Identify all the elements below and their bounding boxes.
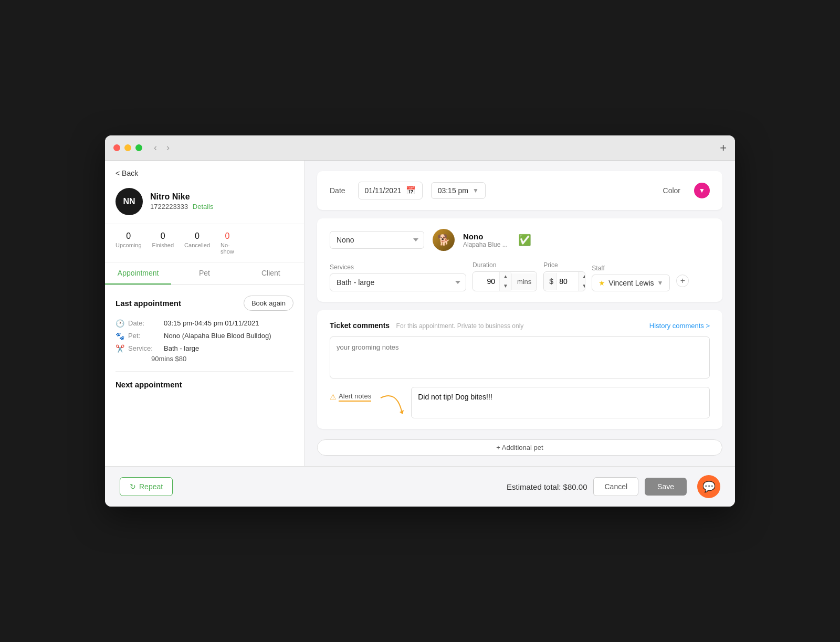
estimated-total-value: $80.00 xyxy=(563,482,587,491)
duration-label: Duration xyxy=(472,261,537,269)
additional-pet-button[interactable]: + Additional pet xyxy=(317,439,722,456)
service-sub: 90mins $80 xyxy=(151,355,293,363)
pet-info-breed: Alapaha Blue ... xyxy=(463,241,508,248)
repeat-label: Repeat xyxy=(139,482,163,491)
price-up-button[interactable]: ▲ xyxy=(579,272,585,281)
app-window: ‹ › + < Back NN Nitro Nike 1722223333 De… xyxy=(105,135,735,507)
client-name: Nitro Nike xyxy=(150,192,214,202)
alert-arrow-icon xyxy=(375,395,407,416)
duration-up-button[interactable]: ▲ xyxy=(500,272,511,281)
pet-label: Pet: xyxy=(128,332,160,340)
history-comments-link[interactable]: History comments > xyxy=(649,322,710,330)
price-field-group: Price $ ▲ ▼ xyxy=(543,261,585,291)
comments-header: Ticket comments For this appointment. Pr… xyxy=(330,321,710,330)
comments-header-left: Ticket comments For this appointment. Pr… xyxy=(330,321,523,330)
detail-pet-row: 🐾 Pet: Nono (Alapaha Blue Blood Bulldog) xyxy=(116,332,293,340)
stat-upcoming-label: Upcoming xyxy=(116,242,142,248)
pet-avatar-image: 🐕 xyxy=(433,229,455,251)
pet-info-name: Nono xyxy=(463,232,508,241)
staff-select[interactable]: ★ Vincent Lewis ▼ xyxy=(592,275,670,291)
book-again-button[interactable]: Book again xyxy=(244,296,293,311)
staff-label: Staff xyxy=(592,265,670,272)
duration-input[interactable]: ▲ ▼ mins xyxy=(472,271,537,291)
alert-notes-row: ⚠ Alert notes Did not tip! Dog bites!!! xyxy=(330,387,710,418)
main-content: < Back NN Nitro Nike 1722223333 Details … xyxy=(105,161,735,466)
price-value[interactable] xyxy=(557,273,578,290)
time-value-text: 03:15 pm xyxy=(438,186,468,195)
stats-row: 0 Upcoming 0 Finished 0 Cancelled 0 No-s… xyxy=(105,224,304,262)
right-panel: Date 01/11/2021 📅 03:15 pm ▼ Color ▼ Non… xyxy=(304,161,735,466)
stat-cancelled-label: Cancelled xyxy=(184,242,210,248)
service-label: Service: xyxy=(128,344,160,352)
grooming-notes-input[interactable] xyxy=(330,336,710,378)
save-button[interactable]: Save xyxy=(645,478,687,496)
minimize-button[interactable] xyxy=(124,144,131,151)
color-dot-chevron-icon: ▼ xyxy=(699,187,705,194)
tab-pet[interactable]: Pet xyxy=(171,262,237,285)
client-contact: 1722223333 Details xyxy=(150,202,214,211)
pet-select[interactable]: Nono xyxy=(330,231,424,249)
estimated-total: Estimated total: $80.00 xyxy=(507,482,587,491)
repeat-icon: ↻ xyxy=(130,482,136,491)
forward-nav-button[interactable]: › xyxy=(163,141,173,154)
cancel-button[interactable]: Cancel xyxy=(593,477,638,496)
duration-value[interactable] xyxy=(473,273,499,290)
appointment-section: Last appointment Book again 🕐 Date: 03:1… xyxy=(105,285,304,466)
price-spinners: ▲ ▼ xyxy=(578,272,585,291)
price-input[interactable]: $ ▲ ▼ xyxy=(543,271,585,291)
date-value: 03:15 pm-04:45 pm 01/11/2021 xyxy=(164,319,259,327)
ticket-comments-title: Ticket comments xyxy=(330,321,390,330)
stat-finished-num: 0 xyxy=(161,231,165,241)
back-link[interactable]: < Back xyxy=(105,161,304,182)
pet-avatar: 🐕 xyxy=(433,229,455,251)
chat-icon: 💬 xyxy=(702,480,716,493)
tab-appointment[interactable]: Appointment xyxy=(105,262,171,285)
services-row: Services Bath - large Duration ▲ ▼ mins xyxy=(330,261,710,291)
last-appointment-header: Last appointment Book again xyxy=(116,296,293,311)
fullscreen-button[interactable] xyxy=(135,144,142,151)
pet-info: Nono Alapaha Blue ... xyxy=(463,232,508,248)
bottom-bar: ↻ Repeat Estimated total: $80.00 Cancel … xyxy=(105,466,735,507)
stat-noshow: 0 No-show xyxy=(220,231,234,255)
client-info: NN Nitro Nike 1722223333 Details xyxy=(105,182,304,224)
stat-upcoming-num: 0 xyxy=(126,231,131,241)
repeat-button[interactable]: ↻ Repeat xyxy=(120,477,173,496)
pet-value: Nono (Alapaha Blue Blood Bulldog) xyxy=(164,332,271,340)
client-details-link[interactable]: Details xyxy=(193,203,214,211)
calendar-icon: 📅 xyxy=(406,186,416,195)
stat-upcoming: 0 Upcoming xyxy=(116,231,142,255)
time-input[interactable]: 03:15 pm ▼ xyxy=(431,182,486,199)
close-button[interactable] xyxy=(113,144,120,151)
tab-client[interactable]: Client xyxy=(238,262,304,285)
star-icon: ★ xyxy=(598,279,605,287)
date-input[interactable]: 01/11/2021 📅 xyxy=(358,182,423,199)
chat-fab-button[interactable]: 💬 xyxy=(697,475,720,498)
price-down-button[interactable]: ▼ xyxy=(579,281,585,291)
stat-finished: 0 Finished xyxy=(152,231,174,255)
service-select[interactable]: Bath - large xyxy=(330,273,466,291)
date-value-text: 01/11/2021 xyxy=(365,186,402,195)
pet-row: Nono 🐕 Nono Alapaha Blue ... ✅ xyxy=(330,229,710,251)
add-service-button[interactable]: + xyxy=(676,275,689,287)
services-label: Services xyxy=(330,264,466,271)
nav-arrows: ‹ › xyxy=(151,141,173,154)
alert-notes-label: Alert notes xyxy=(339,392,371,402)
titlebar: ‹ › + xyxy=(105,135,735,161)
duration-down-button[interactable]: ▼ xyxy=(500,281,511,291)
staff-field-group: Staff ★ Vincent Lewis ▼ xyxy=(592,265,670,291)
color-field-label: Color xyxy=(663,186,680,195)
pet-services-section: Nono 🐕 Nono Alapaha Blue ... ✅ Services … xyxy=(317,218,722,302)
service-value: Bath - large xyxy=(164,344,199,352)
new-tab-button[interactable]: + xyxy=(720,141,727,155)
stat-noshow-num: 0 xyxy=(225,231,229,241)
dollar-sign: $ xyxy=(544,273,557,290)
alert-notes-input[interactable]: Did not tip! Dog bites!!! xyxy=(411,387,710,418)
ticket-comments-subtitle: For this appointment. Private to busines… xyxy=(396,322,524,330)
detail-service-row: ✂️ Service: Bath - large xyxy=(116,344,293,353)
client-details: Nitro Nike 1722223333 Details xyxy=(150,192,214,211)
stat-noshow-label: No-show xyxy=(220,242,234,255)
back-nav-button[interactable]: ‹ xyxy=(151,141,160,154)
color-picker-button[interactable]: ▼ xyxy=(694,183,710,198)
date-field-label: Date xyxy=(330,186,345,195)
price-label: Price xyxy=(543,261,585,269)
